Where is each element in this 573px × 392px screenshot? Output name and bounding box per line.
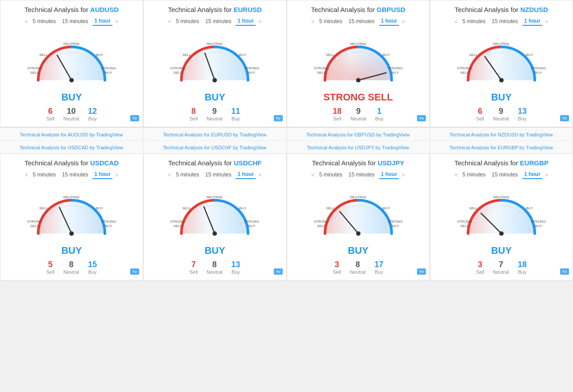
timeframe-btn-1-hour[interactable]: 1 hour <box>92 170 112 179</box>
next-timeframe-arrow[interactable]: > <box>545 18 549 25</box>
attribution-link-eurgbp[interactable]: Technical Analysis for EURGBP by Trading… <box>449 145 553 150</box>
stat-buy-usdchf: 13 Buy <box>231 260 240 275</box>
timeframe-btn-5-minutes[interactable]: 5 minutes <box>174 171 201 179</box>
next-timeframe-arrow[interactable]: > <box>401 18 405 25</box>
timeframe-btn-5-minutes[interactable]: 5 minutes <box>31 171 57 179</box>
prev-timeframe-arrow[interactable]: < <box>455 18 458 25</box>
next-timeframe-arrow[interactable]: > <box>115 172 119 178</box>
gauge-audusd: STRONG SELL SELL NEUTRAL BUY STRONG BUY <box>5 30 138 88</box>
svg-text:STRONG: STRONG <box>531 66 546 70</box>
timeframe-btn-15-minutes[interactable]: 15 minutes <box>490 171 520 179</box>
next-timeframe-arrow[interactable]: > <box>545 172 549 178</box>
stat-neutral-nzdusd: 9 Neutral <box>493 107 509 121</box>
svg-text:STRONG: STRONG <box>388 220 403 224</box>
svg-text:STRONG: STRONG <box>314 220 329 224</box>
svg-text:STRONG: STRONG <box>388 66 403 70</box>
stat-label-buy: Buy <box>231 269 240 275</box>
stat-label-neutral: Neutral <box>207 269 222 275</box>
timeframe-btn-5-minutes[interactable]: 5 minutes <box>317 171 344 179</box>
prev-timeframe-arrow[interactable]: < <box>25 18 28 25</box>
svg-point-45 <box>69 232 74 236</box>
stat-num-neutral: 9 <box>207 107 222 116</box>
gauge-usdchf: STRONG SELL SELL NEUTRAL BUY STRONG BUY <box>148 184 281 241</box>
gauge-gbpusd: STRONG SELL SELL NEUTRAL BUY STRONG BUY <box>292 30 425 88</box>
signal-eurusd: BUY <box>204 92 225 103</box>
timeframe-btn-5-minutes[interactable]: 5 minutes <box>317 17 344 25</box>
timeframe-btn-15-minutes[interactable]: 15 minutes <box>60 171 90 179</box>
attribution-link-usdjpy[interactable]: Technical Analysis for USDJPY by Trading… <box>307 145 409 150</box>
attribution-link-nzdusd[interactable]: Technical Analysis for NZDUSD by Trading… <box>449 132 553 137</box>
svg-text:STRONG: STRONG <box>27 220 42 224</box>
next-timeframe-arrow[interactable]: > <box>258 18 262 25</box>
svg-text:SELL: SELL <box>469 206 478 210</box>
attribution-link-gbpusd[interactable]: Technical Analysis for GBPUSD by Trading… <box>306 132 410 137</box>
svg-text:BUY: BUY <box>526 53 533 57</box>
title-usdchf: Technical Analysis for USDCHF <box>168 159 261 167</box>
svg-text:STRONG: STRONG <box>244 220 259 224</box>
tradingview-logo-icon: TV <box>417 268 426 276</box>
prev-timeframe-arrow[interactable]: < <box>168 18 172 25</box>
widget-usdchf: Technical Analysis for USDCHF<5 minutes1… <box>143 153 286 280</box>
prev-timeframe-arrow[interactable]: < <box>168 172 172 178</box>
timeframe-btn-15-minutes[interactable]: 15 minutes <box>347 171 377 179</box>
stat-label-buy: Buy <box>518 116 527 121</box>
stat-label-sell: Sell <box>189 116 197 121</box>
timeframe-btn-1-hour[interactable]: 1 hour <box>522 170 542 179</box>
next-timeframe-arrow[interactable]: > <box>258 172 262 178</box>
timeframe-btn-1-hour[interactable]: 1 hour <box>522 17 542 26</box>
svg-text:STRONG: STRONG <box>170 220 185 224</box>
timeframe-btn-1-hour[interactable]: 1 hour <box>379 170 399 179</box>
stat-neutral-eurgbp: 7 Neutral <box>493 260 509 275</box>
prev-timeframe-arrow[interactable]: < <box>311 172 315 178</box>
svg-text:BUY: BUY <box>239 206 247 210</box>
prev-timeframe-arrow[interactable]: < <box>25 172 28 178</box>
timeframe-btn-1-hour[interactable]: 1 hour <box>379 17 399 26</box>
attribution-audusd: Technical Analysis for AUDUSD by Trading… <box>0 128 143 140</box>
svg-text:STRONG: STRONG <box>101 66 116 70</box>
stat-label-neutral: Neutral <box>350 269 365 275</box>
svg-text:BUY: BUY <box>248 224 256 228</box>
svg-text:STRONG: STRONG <box>27 66 42 70</box>
attribution-link-usdcad[interactable]: Technical Analysis for USDCAD by Trading… <box>20 145 123 150</box>
timeframe-btn-15-minutes[interactable]: 15 minutes <box>204 17 233 25</box>
attribution-usdjpy: Technical Analysis for USDJPY by Trading… <box>287 140 430 153</box>
attribution-link-audusd[interactable]: Technical Analysis for AUDUSD by Trading… <box>20 132 123 137</box>
tradingview-logo-icon: TV <box>417 115 426 123</box>
attribution-link-usdchf[interactable]: Technical Analysis for USDCHF by Trading… <box>163 145 266 150</box>
stat-num-sell: 8 <box>189 107 197 116</box>
svg-text:NEUTRAL: NEUTRAL <box>350 195 367 199</box>
prev-timeframe-arrow[interactable]: < <box>455 172 458 178</box>
timeframe-btn-5-minutes[interactable]: 5 minutes <box>174 17 201 25</box>
stat-label-sell: Sell <box>189 269 197 275</box>
stat-label-neutral: Neutral <box>493 269 509 275</box>
stats-row-usdchf: 7 Sell8 Neutral13 Buy <box>189 260 240 275</box>
gauge-eurusd: STRONG SELL SELL NEUTRAL BUY STRONG BUY <box>148 30 281 88</box>
svg-text:SELL: SELL <box>326 206 335 210</box>
stat-num-buy: 13 <box>231 260 240 269</box>
attribution-usdchf: Technical Analysis for USDCHF by Trading… <box>143 140 286 153</box>
prev-timeframe-arrow[interactable]: < <box>311 18 315 25</box>
svg-text:TV: TV <box>132 116 137 120</box>
timeframe-btn-15-minutes[interactable]: 15 minutes <box>204 171 233 179</box>
svg-text:SELL: SELL <box>30 224 39 228</box>
stat-label-buy: Buy <box>231 116 240 121</box>
timeframe-btn-1-hour[interactable]: 1 hour <box>236 17 256 26</box>
next-timeframe-arrow[interactable]: > <box>401 172 405 178</box>
timeframe-btn-1-hour[interactable]: 1 hour <box>92 17 112 26</box>
timeframe-btn-15-minutes[interactable]: 15 minutes <box>60 17 90 25</box>
svg-point-23 <box>356 78 361 83</box>
timeframe-btn-5-minutes[interactable]: 5 minutes <box>461 17 487 25</box>
timeframe-btn-1-hour[interactable]: 1 hour <box>236 170 256 179</box>
timeframe-btn-5-minutes[interactable]: 5 minutes <box>461 171 487 179</box>
stat-label-sell: Sell <box>46 269 54 275</box>
stat-label-buy: Buy <box>375 269 384 275</box>
timeframe-btn-5-minutes[interactable]: 5 minutes <box>31 17 57 25</box>
next-timeframe-arrow[interactable]: > <box>115 18 119 25</box>
attribution-eurgbp: Technical Analysis for EURGBP by Trading… <box>430 140 573 153</box>
svg-text:SELL: SELL <box>183 206 192 210</box>
stat-label-buy: Buy <box>375 116 384 121</box>
timeframe-btn-15-minutes[interactable]: 15 minutes <box>347 17 377 25</box>
svg-text:STRONG: STRONG <box>531 220 546 224</box>
attribution-link-eurusd[interactable]: Technical Analysis for EURUSD by Trading… <box>163 132 267 137</box>
timeframe-btn-15-minutes[interactable]: 15 minutes <box>490 17 520 25</box>
